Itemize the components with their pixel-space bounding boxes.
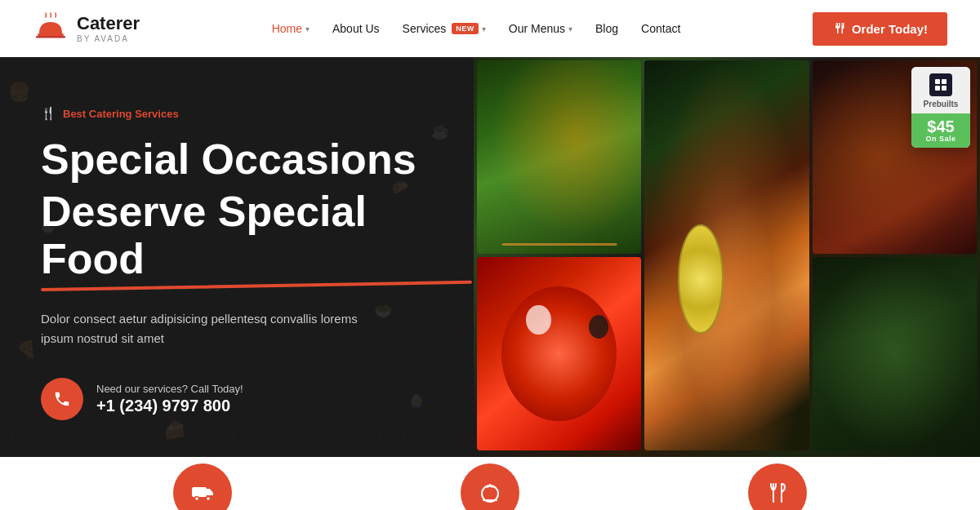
svg-rect-5 <box>942 86 947 91</box>
food-cell-4 <box>813 257 977 450</box>
svg-point-8 <box>207 497 211 501</box>
svg-rect-6 <box>192 487 207 497</box>
services-section <box>0 457 980 510</box>
prebuilts-icon <box>929 73 952 96</box>
service-item-3 <box>748 463 807 510</box>
cutlery-icon <box>765 481 790 505</box>
food-cell-3 <box>477 257 641 450</box>
logo-icon <box>33 11 69 47</box>
header: Caterer by AVADA Home ▾ About Us Service… <box>0 0 980 57</box>
svg-rect-3 <box>942 79 947 84</box>
services-badge: NEW <box>452 23 479 34</box>
nav-menus[interactable]: Our Menus ▾ <box>509 22 572 35</box>
logo-subtitle: by AVADA <box>77 34 140 43</box>
order-button[interactable]: Order Today! <box>813 12 947 46</box>
chevron-down-icon: ▾ <box>568 24 572 33</box>
logo[interactable]: Caterer by AVADA <box>33 11 140 47</box>
hero-description: Dolor consect aetur adipisicing pellente… <box>41 309 384 348</box>
service-item-1 <box>173 463 232 510</box>
cta-text: Need our services? Call Today! +1 (234) … <box>96 383 243 415</box>
prebuilts-top: Prebuilts <box>911 67 970 113</box>
svg-point-7 <box>195 497 199 501</box>
service-circle-1 <box>173 463 232 510</box>
chevron-down-icon: ▾ <box>482 24 486 33</box>
svg-rect-1 <box>36 36 65 38</box>
svg-rect-0 <box>38 33 64 36</box>
hero-image: Prebuilts $45 On Sale <box>474 57 980 457</box>
phone-bubble[interactable] <box>41 378 83 420</box>
nav-services[interactable]: Services NEW ▾ <box>403 22 486 35</box>
logo-title: Caterer <box>77 14 140 33</box>
hero-content: 🍔 ☕ 🍕 🧁 🍜 🥗 🍰 🌮 🍴 Best Catering Services… <box>0 57 474 457</box>
sale-label: On Sale <box>916 135 965 143</box>
nav-about[interactable]: About Us <box>332 22 380 35</box>
hero-badge: 🍴 Best Catering Services <box>41 106 433 121</box>
nav-home[interactable]: Home ▾ <box>272 22 310 35</box>
prebuilts-sale: $45 On Sale <box>911 113 970 148</box>
fork-knife-icon <box>832 22 845 35</box>
prebuilts-label: Prebuilts <box>924 100 959 109</box>
service-circle-3 <box>748 463 807 510</box>
avada-icon <box>933 78 948 92</box>
food-grid <box>474 57 980 457</box>
main-nav: Home ▾ About Us Services NEW ▾ Our Menus… <box>272 22 681 35</box>
plate-icon <box>478 481 502 505</box>
fork-icon: 🍴 <box>41 106 56 121</box>
hero-title: Special Occasions Deserve Special Food <box>41 135 433 291</box>
chevron-down-icon: ▾ <box>305 24 310 33</box>
food-cell-salmon <box>644 60 808 450</box>
hero-section: 🍔 ☕ 🍕 🧁 🍜 🥗 🍰 🌮 🍴 Best Catering Services… <box>0 57 980 457</box>
prebuilts-widget[interactable]: Prebuilts $45 On Sale <box>911 67 970 148</box>
service-item-2 <box>461 463 519 510</box>
svg-rect-4 <box>935 86 940 91</box>
nav-blog[interactable]: Blog <box>595 22 618 35</box>
sale-price: $45 <box>916 118 965 135</box>
hero-cta: Need our services? Call Today! +1 (234) … <box>41 378 433 420</box>
delivery-icon <box>190 481 215 505</box>
service-circle-2 <box>461 463 519 510</box>
nav-contact[interactable]: Contact <box>641 22 680 35</box>
svg-rect-2 <box>935 79 940 84</box>
food-cell-1 <box>477 60 641 254</box>
phone-icon <box>53 390 71 408</box>
